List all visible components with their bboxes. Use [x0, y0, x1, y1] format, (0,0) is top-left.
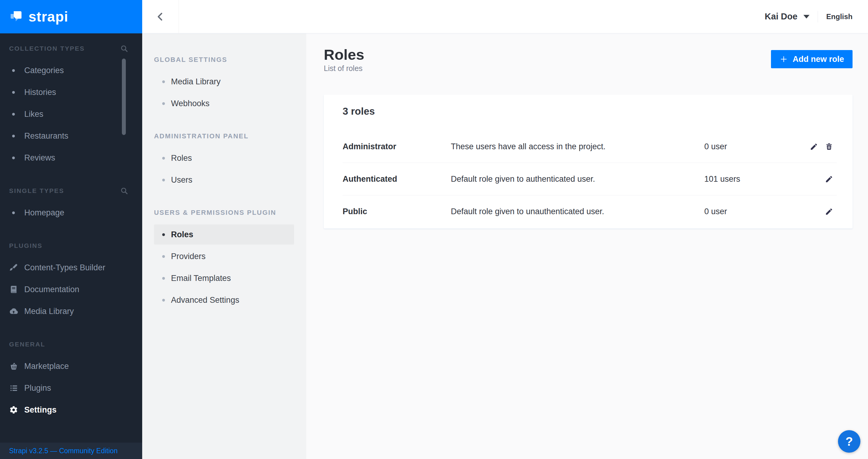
bullet-icon: [162, 157, 165, 160]
sidebar-item-categories[interactable]: Categories: [0, 59, 142, 81]
section-single-types: SINGLE TYPES Homepage: [0, 180, 142, 224]
cloud-upload-icon: [9, 307, 18, 316]
sidebar-item-homepage[interactable]: Homepage: [0, 202, 142, 224]
sidebar-item-reviews[interactable]: Reviews: [0, 147, 142, 169]
strapi-logo[interactable]: strapi: [0, 0, 142, 33]
bullet-icon: [12, 211, 15, 214]
settings-item-media-library[interactable]: Media Library: [154, 71, 294, 92]
search-icon[interactable]: [120, 187, 128, 195]
roles-card: 3 roles Administrator These users have a…: [324, 95, 852, 228]
bullet-icon: [12, 91, 15, 94]
chevron-left-icon: [156, 11, 165, 22]
role-user-count: 101 users: [704, 174, 824, 184]
book-icon: [9, 285, 18, 294]
sidebar-item-media-library[interactable]: Media Library: [0, 300, 142, 322]
language-button[interactable]: English: [826, 12, 852, 21]
section-plugins: PLUGINS Content-Types Builder Documentat…: [0, 235, 142, 322]
sidebar-item-likes[interactable]: Likes: [0, 103, 142, 125]
bullet-icon: [162, 277, 165, 280]
help-button[interactable]: ?: [838, 430, 861, 453]
section-label: SINGLE TYPES: [9, 187, 64, 195]
bullet-icon: [162, 179, 165, 181]
section-label: USERS & PERMISSIONS PLUGIN: [154, 202, 306, 224]
bullet-icon: [162, 233, 165, 236]
edit-role-button[interactable]: [824, 174, 833, 183]
settings-item-webhooks[interactable]: Webhooks: [154, 92, 294, 114]
chevron-down-icon: [803, 15, 809, 19]
basket-icon: [9, 362, 18, 371]
bullet-icon: [162, 255, 165, 258]
settings-item-admin-users[interactable]: Users: [154, 169, 294, 191]
bullet-icon: [12, 135, 15, 137]
logo-text: strapi: [29, 8, 68, 25]
bullet-icon: [12, 69, 15, 72]
sidebar-item-documentation[interactable]: Documentation: [0, 279, 142, 300]
settings-item-up-roles[interactable]: Roles: [154, 225, 294, 245]
pencil-icon: [825, 207, 833, 216]
user-name: Kai Doe: [765, 11, 797, 22]
settings-section-users-permissions: USERS & PERMISSIONS PLUGIN Roles Provide…: [154, 202, 306, 311]
settings-section-administration: ADMINISTRATION PANEL Roles Users: [154, 125, 306, 191]
edit-role-button[interactable]: [824, 207, 833, 216]
sidebar-scrollbar[interactable]: [122, 59, 126, 135]
settings-item-advanced-settings[interactable]: Advanced Settings: [154, 289, 294, 311]
role-description: Default role given to authenticated user…: [451, 174, 704, 184]
sidebar-item-restaurants[interactable]: Restaurants: [0, 125, 142, 147]
role-description: Default role given to unauthenticated us…: [451, 207, 704, 216]
pencil-icon: [810, 143, 818, 151]
settings-item-admin-roles[interactable]: Roles: [154, 147, 294, 169]
bullet-icon: [12, 113, 15, 116]
sidebar-item-plugins[interactable]: Plugins: [0, 377, 142, 399]
settings-section-global: GLOBAL SETTINGS Media Library Webhooks: [154, 49, 306, 114]
role-description: These users have all access in the proje…: [451, 142, 704, 151]
sidebar-nav: COLLECTION TYPES Categories Histories Li…: [0, 33, 142, 421]
settings-sidebar: GLOBAL SETTINGS Media Library Webhooks A…: [142, 33, 306, 459]
section-label: ADMINISTRATION PANEL: [154, 125, 306, 147]
topbar: Kai Doe English: [142, 0, 868, 33]
section-collection-types: COLLECTION TYPES Categories Histories Li…: [0, 38, 142, 169]
section-label: GENERAL: [9, 341, 45, 348]
pencil-icon: [825, 175, 833, 183]
table-row-public[interactable]: Public Default role given to unauthentic…: [324, 195, 852, 228]
delete-role-button[interactable]: [824, 142, 833, 151]
edit-role-button[interactable]: [809, 142, 818, 151]
version-link[interactable]: Strapi v3.2.5 — Community Edition: [9, 447, 118, 455]
sidebar-item-histories[interactable]: Histories: [0, 81, 142, 103]
table-row-authenticated[interactable]: Authenticated Default role given to auth…: [324, 163, 852, 195]
gear-icon: [9, 405, 18, 414]
section-general: GENERAL Marketplace Plugins Settings: [0, 334, 142, 421]
user-menu[interactable]: Kai Doe: [765, 11, 809, 22]
roles-count-title: 3 roles: [324, 95, 852, 117]
main-sidebar: strapi COLLECTION TYPES Categories Histo…: [0, 0, 142, 459]
topbar-divider: [818, 11, 818, 23]
role-user-count: 0 user: [704, 207, 824, 216]
bullet-icon: [12, 156, 15, 159]
plus-icon: [779, 55, 788, 63]
sidebar-item-content-types-builder[interactable]: Content-Types Builder: [0, 257, 142, 279]
settings-item-email-templates[interactable]: Email Templates: [154, 267, 294, 289]
bullet-icon: [162, 102, 165, 105]
trash-icon: [825, 143, 833, 151]
bullet-icon: [162, 299, 165, 302]
table-row-administrator[interactable]: Administrator These users have all acces…: [324, 131, 852, 163]
strapi-logo-icon: [9, 10, 23, 24]
role-name: Authenticated: [343, 174, 451, 184]
role-user-count: 0 user: [704, 142, 809, 151]
main-content: Roles List of roles Add new role 3 roles…: [306, 33, 868, 459]
section-label: GLOBAL SETTINGS: [154, 49, 306, 71]
sidebar-item-marketplace[interactable]: Marketplace: [0, 355, 142, 377]
section-label: COLLECTION TYPES: [9, 45, 85, 52]
sidebar-item-settings[interactable]: Settings: [0, 399, 142, 421]
add-new-role-button[interactable]: Add new role: [771, 50, 852, 68]
role-name: Administrator: [343, 142, 451, 151]
sidebar-footer: Strapi v3.2.5 — Community Edition: [0, 442, 142, 459]
back-button[interactable]: [142, 0, 179, 33]
settings-item-providers[interactable]: Providers: [154, 246, 294, 267]
list-icon: [9, 383, 18, 393]
role-name: Public: [343, 207, 451, 216]
paint-brush-icon: [9, 263, 18, 272]
section-label: PLUGINS: [9, 242, 42, 249]
bullet-icon: [162, 80, 165, 83]
search-icon[interactable]: [120, 45, 128, 53]
